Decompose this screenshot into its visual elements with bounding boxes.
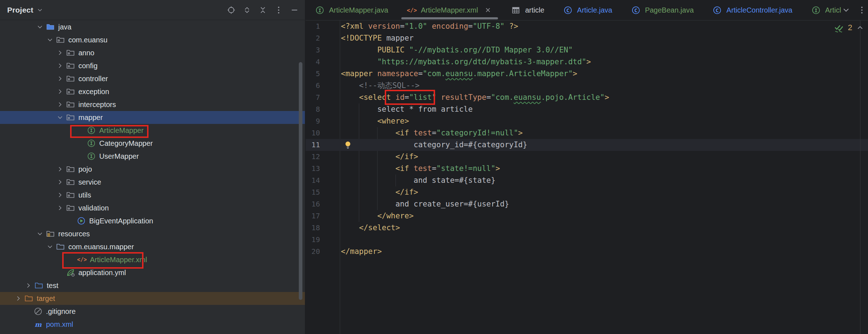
tree-item-mapper[interactable]: mapper <box>0 111 305 124</box>
chevron-right-icon[interactable] <box>56 204 64 212</box>
code-line-6[interactable]: 6 <!--动态SQL--> <box>306 80 868 92</box>
tree-item-articlemapper-xml[interactable]: </>ArticleMapper.xml <box>0 253 305 266</box>
folder-excluded-icon <box>24 294 33 303</box>
tree-item-label: ArticleMapper.xml <box>90 253 147 266</box>
code-line-17[interactable]: 17 </where> <box>306 210 868 222</box>
tab-article[interactable]: article <box>502 0 553 20</box>
code-line-10[interactable]: 10 <if test="categoryId!=null"> <box>306 127 868 139</box>
code-text: <?xml version="1.0" encoding="UTF-8" ?> <box>341 20 518 32</box>
chevron-down-icon[interactable] <box>36 230 44 238</box>
chevron-right-icon[interactable] <box>56 62 64 70</box>
interface-icon: I <box>315 5 325 15</box>
code-text: <if test="state!=null"> <box>341 163 500 175</box>
more-options-icon[interactable] <box>274 5 283 15</box>
code-line-4[interactable]: 4 "https://mybatis.org/dtd/mybatis-3-map… <box>306 56 868 68</box>
code-line-1[interactable]: 1<?xml version="1.0" encoding="UTF-8" ?> <box>306 20 868 32</box>
chevron-down-icon[interactable] <box>46 243 54 251</box>
tree-item-articlemapper[interactable]: IArticleMapper <box>0 124 305 137</box>
code-text: select * from article <box>341 103 473 115</box>
package-icon <box>66 177 75 187</box>
folder-resources-icon <box>46 229 55 238</box>
code-editor[interactable]: 1<?xml version="1.0" encoding="UTF-8" ?>… <box>306 20 868 334</box>
code-line-9[interactable]: 9 <where> <box>306 115 868 127</box>
hidden-tabs-chevron-icon[interactable] <box>841 5 851 15</box>
chevron-up-icon[interactable] <box>856 23 864 32</box>
tree-item-exception[interactable]: exception <box>0 85 305 98</box>
line-number: 10 <box>306 127 320 139</box>
code-line-19[interactable]: 19 <box>306 234 868 246</box>
chevron-right-icon[interactable] <box>56 75 64 83</box>
chevron-right-icon[interactable] <box>56 101 64 108</box>
close-icon[interactable] <box>484 6 492 14</box>
code-line-20[interactable]: 20</mapper> <box>306 246 868 258</box>
tree-item-utils[interactable]: utils <box>0 189 305 201</box>
tab-pagebean-java[interactable]: CPageBean.java <box>622 0 703 20</box>
chevron-right-icon[interactable] <box>56 165 64 173</box>
code-line-14[interactable]: 14 and state=#{state} <box>306 175 868 186</box>
inspections-widget[interactable]: 2 <box>833 22 868 33</box>
tree-item-service[interactable]: service <box>0 176 305 189</box>
tab-label: Article.java <box>577 6 612 14</box>
line-number: 18 <box>306 222 320 234</box>
code-line-2[interactable]: 2<!DOCTYPE mapper <box>306 32 868 44</box>
code-line-8[interactable]: 8 select * from article <box>306 103 868 115</box>
code-line-13[interactable]: 13 <if test="state!=null"> <box>306 163 868 175</box>
chevron-down-icon[interactable] <box>36 6 44 14</box>
code-line-16[interactable]: 16 and create_user=#{userId} <box>306 198 868 210</box>
tab-articlecontroller-java[interactable]: CArticleController.java <box>703 0 801 20</box>
tab-article-java[interactable]: CArticle.java <box>554 0 622 20</box>
tab-articlemapper-xml[interactable]: </>ArticleMapper.xml <box>398 0 502 20</box>
code-line-3[interactable]: 3 PUBLIC "-//mybatis.org//DTD Mapper 3.0… <box>306 44 868 56</box>
hide-panel-icon[interactable] <box>290 5 299 15</box>
ignored-icon <box>33 307 43 316</box>
chevron-right-icon[interactable] <box>56 49 64 57</box>
tree-item-test[interactable]: test <box>0 279 305 292</box>
chevron-down-icon[interactable] <box>56 113 64 121</box>
chevron-right-icon[interactable] <box>56 88 64 96</box>
svg-text:C: C <box>566 7 570 13</box>
code-line-12[interactable]: 12 </if> <box>306 151 868 163</box>
tab-options-kebab-icon[interactable] <box>857 5 867 15</box>
tree-item-controller[interactable]: controller <box>0 72 305 85</box>
chevron-right-icon[interactable] <box>24 282 32 289</box>
tree-item-label: com.euansu.mapper <box>68 240 134 253</box>
tree-item--gitignore[interactable]: .gitignore <box>0 305 305 318</box>
tree-item-anno[interactable]: anno <box>0 46 305 59</box>
tree-item-resources[interactable]: resources <box>0 227 305 240</box>
project-panel-title: Project <box>7 6 33 14</box>
tree-item-validation[interactable]: validation <box>0 201 305 214</box>
intention-lightbulb-icon[interactable] <box>343 140 353 150</box>
tree-item-categorymapper[interactable]: ICategoryMapper <box>0 137 305 150</box>
code-line-5[interactable]: 5<mapper namespace="com.euansu.mapper.Ar… <box>306 68 868 80</box>
chevron-down-icon[interactable] <box>36 23 44 31</box>
tree-item-java[interactable]: java <box>0 20 305 33</box>
collapse-all-icon[interactable] <box>258 5 268 15</box>
chevron-down-icon[interactable] <box>46 36 54 44</box>
chevron-right-icon[interactable] <box>14 294 22 302</box>
line-number: 5 <box>306 68 320 80</box>
code-text: and state=#{state} <box>341 175 495 186</box>
tree-item-interceptors[interactable]: interceptors <box>0 98 305 111</box>
code-line-7[interactable]: 7 <select id="list" resultType="com.euan… <box>306 92 868 103</box>
locate-file-icon[interactable] <box>227 5 236 15</box>
chevron-right-icon[interactable] <box>56 191 64 199</box>
tree-item-bigeventapplication[interactable]: BigEventApplication <box>0 214 305 227</box>
tree-item-usermapper[interactable]: IUserMapper <box>0 150 305 163</box>
tree-item-com-euansu[interactable]: com.euansu <box>0 33 305 46</box>
code-line-15[interactable]: 15 </if> <box>306 186 868 198</box>
svg-text:</>: </> <box>407 7 417 14</box>
expand-all-icon[interactable] <box>242 5 252 15</box>
tree-item-target[interactable]: target <box>0 292 305 305</box>
project-tree-scrollbar[interactable] <box>299 62 302 300</box>
tree-item-com-euansu-mapper[interactable]: com.euansu.mapper <box>0 240 305 253</box>
tree-item-application-yml[interactable]: application.yml <box>0 266 305 279</box>
code-text: </mapper> <box>341 246 382 258</box>
chevron-right-icon[interactable] <box>56 178 64 186</box>
code-line-11[interactable]: 11 category_id=#{categoryId} <box>306 139 868 151</box>
tree-item-pom-xml[interactable]: mpom.xml <box>0 318 305 331</box>
tree-item-config[interactable]: config <box>0 59 305 72</box>
tab-articlemapper-java[interactable]: IArticleMapper.java <box>306 0 398 20</box>
tree-item-pojo[interactable]: pojo <box>0 163 305 176</box>
class-icon: C <box>712 5 722 15</box>
code-line-18[interactable]: 18 </select> <box>306 222 868 234</box>
